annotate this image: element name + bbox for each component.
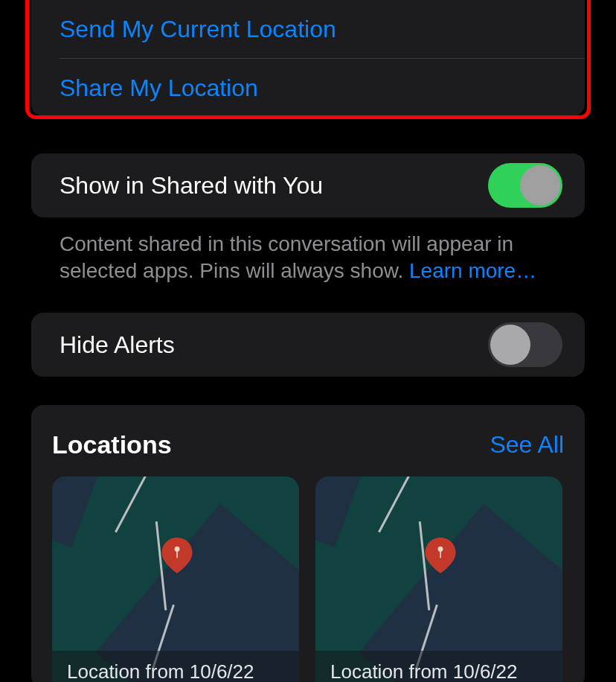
hide-alerts-label: Hide Alerts (60, 331, 175, 359)
settings-screen: Send My Current Location Share My Locati… (0, 0, 616, 682)
see-all-link[interactable]: See All (490, 431, 564, 459)
toggle-knob-icon (520, 165, 560, 205)
location-actions-group: Send My Current Location Share My Locati… (31, 0, 585, 116)
map-pin-icon (423, 538, 458, 573)
locations-header: Locations See All (52, 426, 564, 463)
location-caption-bar: Location from 10/6/22 (315, 651, 562, 682)
shared-with-you-label: Show in Shared with You (60, 172, 323, 200)
location-card[interactable]: Location from 10/6/22 (52, 477, 299, 682)
svg-rect-1 (176, 550, 178, 558)
location-caption-bar: Location from 10/6/22 (52, 651, 299, 682)
send-current-location-label: Send My Current Location (60, 16, 336, 43)
locations-title: Locations (52, 430, 172, 459)
learn-more-link[interactable]: Learn more… (409, 259, 536, 282)
svg-rect-3 (440, 550, 441, 558)
locations-section: Locations See All (31, 405, 585, 682)
location-card[interactable]: Location from 10/6/22 (315, 477, 562, 682)
toggle-knob-icon (490, 325, 530, 365)
location-caption: Location from 10/6/22 (330, 660, 518, 683)
send-current-location-button[interactable]: Send My Current Location (31, 0, 585, 58)
locations-grid: Location from 10/6/22 (52, 477, 564, 682)
shared-with-you-toggle[interactable] (488, 163, 562, 208)
share-my-location-label: Share My Location (60, 74, 258, 102)
map-pin-icon (159, 538, 195, 573)
hide-alerts-toggle[interactable] (488, 322, 562, 367)
shared-with-you-description: Content shared in this conversation will… (60, 231, 565, 284)
location-caption: Location from 10/6/22 (67, 660, 254, 683)
share-my-location-button[interactable]: Share My Location (31, 59, 585, 116)
shared-with-you-row: Show in Shared with You (31, 153, 585, 217)
hide-alerts-row: Hide Alerts (31, 313, 585, 377)
